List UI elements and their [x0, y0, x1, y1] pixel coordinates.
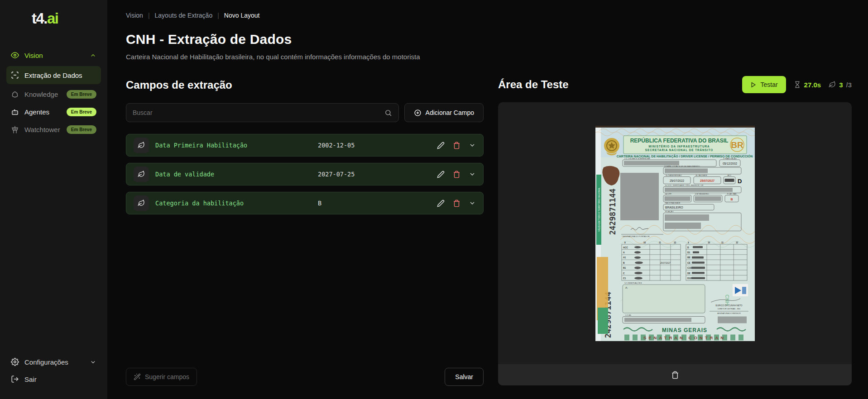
doc-label-acc: ACC	[727, 174, 731, 176]
cnh-document-image: REPÚBLICA FEDERATIVA DO BRASIL MINISTÉRI…	[595, 126, 755, 341]
gear-icon	[11, 358, 19, 366]
coming-soon-badge: Em Breve	[67, 125, 96, 134]
extraction-field-row[interactable]: Data Primeira Habilitação 2002-12-05	[126, 134, 484, 157]
sidebar-item-extracao-de-dados[interactable]: Extração de Dados	[6, 66, 101, 84]
svg-text:DE: DE	[687, 271, 691, 274]
document-preview-area: REPÚBLICA FEDERATIVA DO BRASIL MINISTÉRI…	[498, 102, 852, 364]
sidebar-item-label: Sair	[24, 375, 37, 383]
field-counter-stat: 3/3	[829, 81, 852, 89]
sidebar-item-label: Agentes	[24, 108, 49, 116]
test-button[interactable]: Testar	[742, 76, 786, 93]
suggest-fields-button[interactable]: Sugerir campos	[126, 368, 197, 386]
delete-field-button[interactable]	[453, 142, 460, 149]
detran-flag-icon	[733, 284, 748, 296]
delete-field-button[interactable]	[453, 200, 460, 207]
delete-field-button[interactable]	[453, 171, 460, 178]
redaction-box	[724, 179, 734, 182]
robot-icon	[11, 108, 19, 116]
timer-stat: 27.0s	[794, 81, 821, 89]
breadcrumb-vision[interactable]: Vision	[126, 12, 143, 19]
redaction-box	[624, 318, 691, 322]
field-value: 2027-07-25	[318, 171, 355, 178]
doc-label-emitter-signature: ASSINATURA DO EMISSOR	[717, 312, 741, 314]
doc-validity-value: 25/07/2027	[700, 179, 715, 182]
expand-field-button[interactable]	[469, 142, 476, 149]
edit-field-button[interactable]	[437, 142, 445, 149]
leaf-icon	[134, 195, 149, 211]
svg-text:D: D	[687, 246, 689, 248]
test-area-panel: Área de Teste Testar 27.0s	[498, 76, 852, 399]
page-subtitle: Carteira Nacional de Habilitação brasile…	[126, 53, 852, 61]
counter-total: /3	[846, 81, 852, 89]
breadcrumb-current: Novo Layout	[224, 12, 260, 19]
save-button[interactable]: Salvar	[445, 368, 484, 386]
breadcrumb: Vision | Layouts de Extração | Novo Layo…	[126, 12, 852, 19]
doc-label-nationality: NACIONALIDADE	[665, 202, 681, 204]
sidebar-item-label: Vision	[24, 52, 43, 59]
search-input[interactable]	[133, 109, 380, 116]
doc-bottom-band: SENATRAN CONTRAN	[643, 335, 725, 340]
suggest-fields-label: Sugerir campos	[145, 373, 189, 380]
main-content: Vision | Layouts de Extração | Novo Layo…	[107, 0, 868, 399]
scan-text-icon	[11, 71, 19, 79]
sidebar-item-agentes[interactable]: Agentes Em Breve	[6, 104, 101, 120]
plus-circle-icon	[414, 109, 422, 117]
sidebar-item-label: Extração de Dados	[24, 71, 82, 79]
doc-label-identity: 4c DOC. IDENTIDADE / ÓRG. EMISSOR / UF	[665, 184, 704, 186]
svg-text:D1: D1	[687, 251, 691, 253]
search-box	[126, 103, 399, 122]
field-value: 2002-12-05	[318, 142, 355, 149]
sidebar-item-configuracoes[interactable]: Configurações	[6, 354, 101, 370]
extraction-fields-list: Data Primeira Habilitação 2002-12-05	[126, 134, 484, 214]
sidebar-item-watchtower[interactable]: Watchtower Em Breve	[6, 121, 101, 138]
redaction-box	[664, 196, 690, 201]
doc-label-cpf: 4d CPF	[665, 193, 671, 195]
field-value: B	[318, 200, 321, 207]
redaction-box	[665, 214, 709, 221]
sidebar-item-sair[interactable]: Sair	[6, 371, 101, 387]
page-title: CNH - Extração de Dados	[126, 32, 852, 47]
extraction-field-row[interactable]: Categoria da habilitação B	[126, 192, 484, 214]
add-field-label: Adicionar Campo	[426, 109, 474, 116]
doc-br-logo: BR	[731, 140, 743, 150]
breadcrumb-separator: |	[217, 12, 219, 19]
leaf-icon	[829, 81, 836, 88]
doc-serial-number: 2429871144	[608, 188, 617, 234]
tower-icon	[11, 126, 19, 134]
doc-header-country: REPÚBLICA FEDERATIVA DO BRASIL	[630, 137, 728, 144]
expand-field-button[interactable]	[469, 200, 476, 207]
svg-text:A: A	[623, 251, 625, 253]
edit-field-button[interactable]	[437, 171, 445, 178]
edit-field-button[interactable]	[437, 200, 445, 207]
expand-field-button[interactable]	[469, 171, 476, 178]
doc-label-holder-signature: 7 ASSINATURA DO PORTADOR	[622, 235, 649, 238]
doc-observations-value: A;	[625, 286, 628, 289]
doc-label-first-license: 1ª HABILITAÇÃO	[723, 157, 736, 159]
redaction-box	[718, 316, 747, 323]
redaction-box	[665, 168, 708, 173]
app-logo[interactable]: t4.ai	[32, 10, 101, 27]
svg-text:C1: C1	[623, 276, 626, 279]
doc-label-name: 2 e 1 NOME E SOBRENOME	[624, 157, 650, 159]
play-icon	[750, 82, 756, 88]
delete-test-image-button[interactable]	[671, 371, 679, 379]
doc-label-cat: 9 CAT. HAB	[727, 193, 736, 195]
add-field-button[interactable]: Adicionar Campo	[404, 103, 484, 122]
save-label: Salvar	[455, 373, 473, 380]
brain-icon	[11, 90, 19, 99]
extraction-field-row[interactable]: Data de validade 2027-07-25	[126, 163, 484, 185]
test-button-label: Testar	[760, 81, 777, 88]
sidebar-item-vision[interactable]: Vision	[6, 47, 101, 63]
sidebar-item-label: Watchtower	[24, 126, 60, 133]
eye-icon	[11, 51, 19, 59]
doc-header-secretary: SECRETARIA NACIONAL DE TRÂNSITO	[645, 148, 713, 152]
logo-text-ai: ai	[47, 10, 58, 27]
breadcrumb-layouts[interactable]: Layouts de Extração	[155, 12, 213, 19]
breadcrumb-separator: |	[148, 12, 150, 19]
doc-nationality-value: BRASILEIRO	[665, 206, 683, 209]
search-icon	[384, 109, 392, 117]
sidebar-item-label: Knowledge	[24, 90, 58, 98]
redaction-box	[665, 188, 733, 192]
sidebar-item-knowledge[interactable]: Knowledge Em Breve	[6, 86, 101, 103]
leaf-icon	[134, 166, 149, 182]
